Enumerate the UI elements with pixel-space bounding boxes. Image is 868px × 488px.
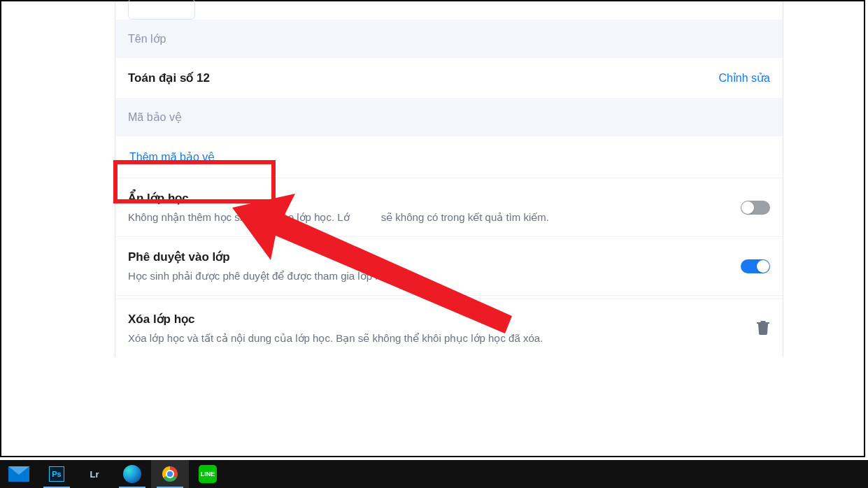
add-security-code-link[interactable]: Thêm mã bảo vệ [128, 150, 216, 164]
class-name-row: Toán đại số 12 Chỉnh sửa [115, 58, 783, 98]
photoshop-icon: Ps [49, 466, 64, 482]
settings-panel: Tên lớp Toán đại số 12 Chỉnh sửa Mã bảo … [115, 1, 783, 357]
mail-icon [8, 466, 29, 482]
approve-join-title: Phê duyệt vào lớp [128, 250, 741, 264]
windows-taskbar: Ps Lr LINE [0, 460, 868, 488]
class-name-section-header: Tên lớp [115, 20, 783, 58]
add-security-code-row: Thêm mã bảo vệ [115, 136, 783, 178]
hide-class-toggle[interactable] [741, 201, 770, 215]
chrome-icon [162, 466, 178, 482]
class-avatar-box [128, 0, 195, 20]
approve-join-desc: Học sinh phải được phê duyệt để được tha… [128, 270, 741, 282]
hide-class-desc-part1: Không nhận thêm học sinh mới vào lớp học… [128, 211, 350, 223]
delete-class-row: Xóa lớp học Xóa lớp học và tất cả nội du… [115, 299, 783, 357]
line-icon: LINE [199, 465, 217, 483]
taskbar-photoshop[interactable]: Ps [38, 460, 76, 488]
approve-join-toggle[interactable] [741, 259, 770, 273]
delete-class-title: Xóa lớp học [128, 312, 756, 326]
hide-class-row: Ẩn lớp học Không nhận thêm học sinh mới … [115, 178, 783, 237]
taskbar-line[interactable]: LINE [189, 460, 227, 488]
taskbar-mail[interactable] [0, 460, 38, 488]
edit-class-name-link[interactable]: Chỉnh sửa [718, 71, 770, 85]
class-name-value: Toán đại số 12 [128, 71, 718, 85]
delete-class-desc: Xóa lớp học và tất cả nội dung của lớp h… [128, 332, 756, 345]
app-window: Tên lớp Toán đại số 12 Chỉnh sửa Mã bảo … [0, 0, 865, 457]
edge-icon [123, 465, 141, 483]
security-code-section-header: Mã bảo vệ [115, 98, 783, 136]
taskbar-chrome[interactable] [151, 460, 189, 488]
hide-class-title: Ẩn lớp học [128, 191, 741, 206]
approve-join-row: Phê duyệt vào lớp Học sinh phải được phê… [115, 237, 783, 296]
taskbar-edge[interactable] [113, 460, 151, 488]
lightroom-icon: Lr [90, 469, 99, 480]
delete-class-icon[interactable] [756, 320, 770, 338]
hide-class-desc: Không nhận thêm học sinh mới vào lớp học… [128, 211, 741, 224]
taskbar-lightroom[interactable]: Lr [76, 460, 113, 488]
hide-class-desc-part2: sẽ không có trong kết quả tìm kiếm. [381, 211, 549, 223]
